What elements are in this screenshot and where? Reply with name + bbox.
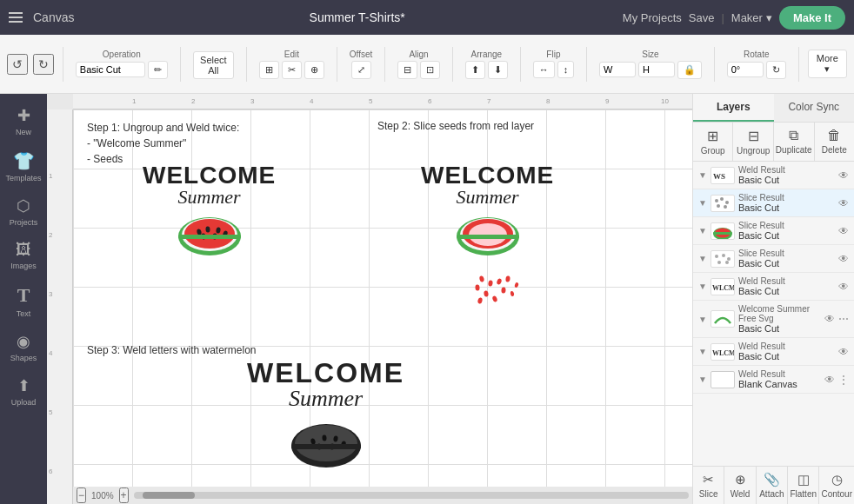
weld-label: Weld <box>731 489 751 499</box>
layer-cut-type: Basic Cut <box>738 175 835 185</box>
select-all-group: Select All <box>190 50 238 79</box>
flip-v[interactable]: ↕ <box>557 61 575 78</box>
layer-type: Weld Result <box>738 165 835 175</box>
group-button[interactable]: ⊞ Group <box>693 123 732 161</box>
layers-list: ▼ WS Weld Result Basic Cut 👁 ▼ <box>693 162 854 466</box>
canvas-inner[interactable]: Step 1: Ungroup and Weld twice: - "Welco… <box>73 109 692 487</box>
sidebar-item-new[interactable]: ✚ New <box>3 101 44 142</box>
svg-point-21 <box>501 287 506 293</box>
eye-icon[interactable]: 👁 <box>838 169 849 182</box>
delete-button[interactable]: 🗑 Delete <box>815 123 854 161</box>
width-input[interactable] <box>599 62 636 77</box>
projects-icon: ⬡ <box>17 196 30 216</box>
flatten-button[interactable]: ◫ Flatten <box>788 467 818 504</box>
tab-color-sync[interactable]: Color Sync <box>774 94 855 122</box>
sidebar-item-images[interactable]: 🖼 Images <box>3 235 44 275</box>
eye-icon[interactable]: 👁 <box>838 253 849 265</box>
panel-actions: ⊞ Group ⊟ Ungroup ⧉ Duplicate 🗑 Delete <box>693 123 854 162</box>
more-icon[interactable]: ⋯ <box>838 313 849 325</box>
flip-h[interactable]: ↔ <box>533 61 555 78</box>
make-it-button[interactable]: Make It <box>779 6 845 30</box>
size-group: Size 🔒 <box>596 50 705 79</box>
layer-cut-type: Basic Cut <box>738 286 835 296</box>
arrange-btn2[interactable]: ⬇ <box>488 61 508 79</box>
offset-label: Offset <box>350 50 373 59</box>
duplicate-button[interactable]: ⧉ Duplicate <box>774 123 814 161</box>
height-input[interactable] <box>638 62 675 77</box>
edit-btn2[interactable]: ✂ <box>282 61 302 79</box>
align-btn2[interactable]: ⊡ <box>420 61 440 79</box>
layer-item[interactable]: ▼ WLCM Weld Result Basic Cut 👁 <box>693 338 854 366</box>
zoom-out-button[interactable]: − <box>77 487 86 503</box>
layer-cut-type: Basic Cut <box>738 323 821 334</box>
edit-label: Edit <box>284 50 299 59</box>
more-button[interactable]: More ▾ <box>808 50 847 78</box>
layer-item[interactable]: ▼ Slice Result Basic Cut 👁 <box>693 245 854 273</box>
my-projects-button[interactable]: My Projects <box>623 11 682 24</box>
layer-item[interactable]: ▼ Welcome Summer Free Svg Basic Cut 👁 ⋯ <box>693 301 854 338</box>
rotate-btn[interactable]: ↻ <box>766 61 786 79</box>
eye-icon[interactable]: 👁 <box>824 313 835 325</box>
layer-thumb <box>711 222 735 240</box>
canvas-area[interactable]: 1 2 3 4 5 6 7 8 9 10 11 1 2 3 4 5 6 Step… <box>47 94 692 504</box>
layer-item[interactable]: ▼ Slice Result Basic Cut 👁 <box>693 189 854 217</box>
lock-aspect[interactable]: 🔒 <box>677 61 702 79</box>
hamburger-menu[interactable] <box>9 12 23 23</box>
redo-button[interactable]: ↻ <box>33 54 54 75</box>
rotate-input[interactable] <box>727 62 764 77</box>
layer-thumb <box>711 250 735 268</box>
layer-type: Weld Result <box>738 369 821 379</box>
weld-button[interactable]: ⊕ Weld <box>724 467 755 504</box>
save-button[interactable]: Save <box>689 11 715 24</box>
tab-layers[interactable]: Layers <box>693 94 774 122</box>
align-btn1[interactable]: ⊟ <box>397 61 417 79</box>
divider7 <box>520 47 521 82</box>
separator: | <box>721 11 724 24</box>
svg-point-46 <box>722 254 725 257</box>
sidebar-item-text[interactable]: T Text <box>3 279 44 323</box>
layer-item[interactable]: ▼ WS Weld Result Basic Cut 👁 <box>693 162 854 189</box>
attach-button[interactable]: 📎 Attach <box>757 467 787 504</box>
edit-group: Edit ⊞ ✂ ⊕ <box>256 50 328 79</box>
offset-btn[interactable]: ⤢ <box>351 61 371 79</box>
main-layout: ✚ New 👕 Templates ⬡ Projects 🖼 Images T … <box>0 94 854 504</box>
arrange-btn1[interactable]: ⬆ <box>465 61 485 79</box>
layer-item[interactable]: ▼ Weld Result Blank Canvas 👁 ⋮ <box>693 366 854 394</box>
edit-btn1[interactable]: ⊞ <box>259 61 279 79</box>
scroll-track[interactable] <box>134 492 689 499</box>
svg-point-20 <box>484 290 489 297</box>
layer-item[interactable]: ▼ WLCM Weld Result Basic Cut 👁 <box>693 273 854 301</box>
select-all-button[interactable]: Select All <box>193 51 235 79</box>
eye-icon[interactable]: 👁 <box>838 197 849 209</box>
step1-sub1: - "Welcome Summer" <box>87 136 239 151</box>
templates-icon: 👕 <box>13 150 35 171</box>
sidebar-item-upload[interactable]: ⬆ Upload <box>3 371 44 412</box>
undo-button[interactable]: ↺ <box>7 54 28 75</box>
sidebar-item-projects[interactable]: ⬡ Projects <box>3 191 44 232</box>
layer-item[interactable]: ▼ Slice Result Basic Cut 👁 <box>693 217 854 245</box>
sidebar-item-shapes[interactable]: ◉ Shapes <box>3 327 44 368</box>
maker-button[interactable]: Maker ▾ <box>731 11 772 24</box>
layer-type: Weld Result <box>738 276 835 286</box>
eye-icon[interactable]: 👁 <box>838 346 849 358</box>
eye-icon[interactable]: 👁 <box>824 374 835 386</box>
slice-button[interactable]: ✂ Slice <box>693 467 724 504</box>
contour-button[interactable]: ◷ Contour <box>819 467 854 504</box>
edit-btn3[interactable]: ⊕ <box>304 61 324 79</box>
more-icon[interactable]: ⋮ <box>838 374 849 386</box>
ungroup-button[interactable]: ⊟ Ungroup <box>733 123 772 161</box>
cut-type-input[interactable] <box>76 62 145 77</box>
arrange-label: Arrange <box>471 50 503 59</box>
eye-icon[interactable]: 👁 <box>838 225 849 237</box>
layer-type: Slice Result <box>738 221 835 230</box>
eye-icon[interactable]: 👁 <box>838 281 849 293</box>
sidebar-item-templates[interactable]: 👕 Templates <box>3 145 44 188</box>
divider6 <box>452 47 453 82</box>
size-label: Size <box>642 50 658 59</box>
slice-label: Slice <box>699 489 718 499</box>
edit-pen-button[interactable]: ✏ <box>148 61 168 79</box>
svg-point-38 <box>720 197 724 201</box>
zoom-in-button[interactable]: + <box>119 487 129 503</box>
design2: WELCOME Summer <box>421 162 554 260</box>
images-label: Images <box>10 262 37 270</box>
